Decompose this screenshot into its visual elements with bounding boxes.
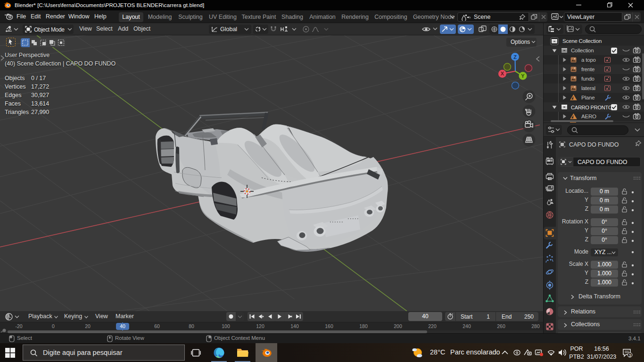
svg-text:X: X: [501, 71, 504, 76]
svg-text:Y: Y: [521, 73, 525, 79]
svg-text:Z: Z: [513, 54, 517, 60]
svg-text:3: 3: [628, 353, 631, 358]
